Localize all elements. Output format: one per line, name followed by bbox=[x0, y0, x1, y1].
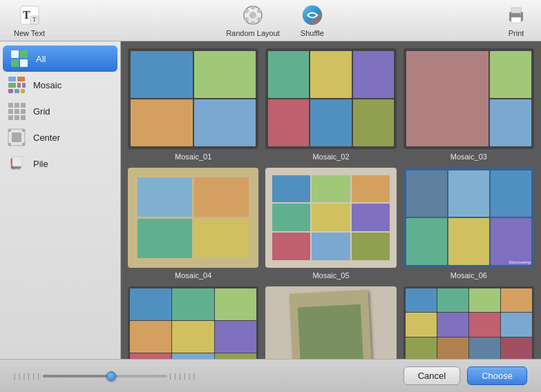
sidebar-pile-label: Pile bbox=[33, 159, 48, 169]
svg-point-10 bbox=[245, 17, 249, 21]
slider-ticks-right: | | | | | | bbox=[170, 373, 196, 380]
svg-rect-20 bbox=[11, 59, 19, 67]
list-item[interactable]: Discovering Mosaic_06 bbox=[404, 168, 534, 280]
new-text-tool[interactable]: T T New Text bbox=[14, 4, 45, 37]
svg-rect-21 bbox=[20, 59, 28, 67]
svg-rect-35 bbox=[21, 109, 26, 114]
shuffle-label: Shuffle bbox=[301, 29, 324, 37]
mosaic-03-label: Mosaic_03 bbox=[450, 153, 487, 161]
svg-point-7 bbox=[257, 9, 261, 13]
mosaic-05-thumb bbox=[265, 168, 396, 268]
svg-rect-37 bbox=[15, 115, 19, 120]
list-item[interactable]: Mosaic_02 bbox=[265, 48, 396, 161]
sidebar-all-label: All bbox=[36, 54, 46, 64]
all-icon bbox=[10, 49, 29, 68]
svg-point-6 bbox=[251, 6, 255, 10]
list-item[interactable]: Mosaic_09 bbox=[404, 286, 534, 359]
svg-rect-34 bbox=[15, 109, 19, 114]
sidebar-center-label: Center bbox=[33, 133, 60, 143]
svg-point-9 bbox=[251, 21, 255, 25]
zoom-slider-container: | | | | | | | | | | | | bbox=[14, 373, 196, 380]
mosaic-07-thumb bbox=[128, 286, 258, 359]
print-label: Print bbox=[509, 29, 524, 37]
shuffle-icon bbox=[301, 4, 323, 26]
mosaic-08-thumb bbox=[265, 286, 396, 359]
svg-rect-26 bbox=[22, 83, 26, 88]
list-item[interactable]: Mosaic_08 bbox=[265, 286, 396, 359]
random-layout-label: Random Layout bbox=[226, 29, 280, 37]
print-icon bbox=[505, 4, 527, 26]
mosaic-03-thumb bbox=[404, 48, 534, 149]
new-text-icon: T T bbox=[19, 4, 41, 26]
footer-buttons: Cancel Choose bbox=[404, 366, 527, 385]
pile-sidebar-icon bbox=[7, 154, 26, 173]
sidebar: All Mosaic bbox=[0, 41, 121, 359]
svg-rect-33 bbox=[8, 109, 13, 114]
svg-rect-23 bbox=[17, 77, 25, 81]
svg-rect-32 bbox=[21, 103, 26, 108]
sidebar-item-center[interactable]: Center bbox=[0, 124, 120, 150]
svg-rect-41 bbox=[8, 129, 11, 132]
svg-rect-38 bbox=[21, 115, 26, 120]
random-layout-tool[interactable]: Random Layout bbox=[226, 4, 280, 37]
center-sidebar-icon bbox=[7, 128, 26, 147]
slider-ticks-left: | | | | | | bbox=[14, 373, 40, 380]
mosaic-09-thumb bbox=[404, 286, 534, 359]
svg-rect-16 bbox=[511, 17, 521, 23]
svg-rect-22 bbox=[8, 77, 16, 81]
mosaic-06-thumb: Discovering bbox=[404, 168, 534, 268]
svg-rect-19 bbox=[20, 50, 28, 58]
svg-rect-44 bbox=[22, 143, 25, 146]
sidebar-item-grid[interactable]: Grid bbox=[0, 98, 120, 124]
main-area: All Mosaic bbox=[0, 41, 541, 359]
footer: | | | | | | | | | | | | Cancel Choose bbox=[0, 359, 541, 392]
svg-point-12 bbox=[303, 5, 322, 24]
sidebar-item-mosaic[interactable]: Mosaic bbox=[0, 72, 120, 98]
svg-rect-31 bbox=[15, 103, 19, 108]
list-item[interactable]: Mosaic_07 bbox=[128, 286, 258, 359]
mosaic-02-thumb bbox=[265, 48, 396, 149]
svg-rect-42 bbox=[22, 129, 25, 132]
sidebar-grid-label: Grid bbox=[33, 106, 50, 117]
svg-point-11 bbox=[245, 9, 249, 13]
shuffle-tool[interactable]: Shuffle bbox=[301, 4, 324, 37]
mosaic-01-thumb bbox=[128, 48, 258, 149]
print-tool[interactable]: Print bbox=[505, 4, 527, 37]
slider-fill bbox=[43, 375, 111, 378]
mosaic-04-thumb bbox=[128, 168, 258, 268]
list-item[interactable]: Mosaic_03 bbox=[404, 48, 534, 161]
svg-rect-17 bbox=[520, 14, 522, 16]
list-item[interactable]: Mosaic_01 bbox=[128, 48, 258, 161]
mosaic-01-label: Mosaic_01 bbox=[175, 153, 211, 161]
svg-rect-28 bbox=[15, 89, 19, 93]
svg-point-8 bbox=[257, 17, 261, 21]
svg-text:T: T bbox=[32, 16, 37, 23]
new-text-label: New Text bbox=[14, 29, 45, 37]
svg-rect-24 bbox=[8, 83, 16, 88]
toolbar: T T New Text Random Layout bbox=[0, 0, 541, 41]
list-item[interactable]: Mosaic_05 bbox=[265, 168, 396, 280]
slider-thumb[interactable] bbox=[106, 371, 116, 381]
cancel-button[interactable]: Cancel bbox=[404, 366, 460, 385]
mosaic-06-label: Mosaic_06 bbox=[450, 271, 487, 280]
sidebar-item-all[interactable]: All bbox=[3, 46, 117, 72]
mosaic-04-label: Mosaic_04 bbox=[175, 271, 211, 280]
svg-rect-40 bbox=[12, 133, 21, 142]
sidebar-item-pile[interactable]: Pile bbox=[0, 150, 120, 177]
grid-sidebar-icon bbox=[7, 101, 26, 121]
list-item[interactable]: Mosaic_04 bbox=[128, 168, 258, 280]
mosaic-02-label: Mosaic_02 bbox=[312, 153, 349, 161]
choose-button[interactable]: Choose bbox=[467, 366, 527, 385]
layout-grid: Mosaic_01 Mosaic_02 bbox=[128, 48, 534, 359]
svg-rect-18 bbox=[11, 50, 19, 58]
zoom-slider[interactable] bbox=[43, 375, 167, 378]
svg-rect-36 bbox=[8, 115, 13, 120]
svg-text:T: T bbox=[23, 9, 30, 21]
svg-rect-27 bbox=[8, 89, 13, 93]
content-area[interactable]: Mosaic_01 Mosaic_02 bbox=[121, 41, 541, 359]
svg-rect-29 bbox=[21, 89, 25, 93]
svg-rect-43 bbox=[8, 143, 11, 146]
random-layout-icon bbox=[242, 4, 264, 26]
svg-point-5 bbox=[249, 12, 256, 19]
svg-rect-25 bbox=[17, 83, 21, 88]
